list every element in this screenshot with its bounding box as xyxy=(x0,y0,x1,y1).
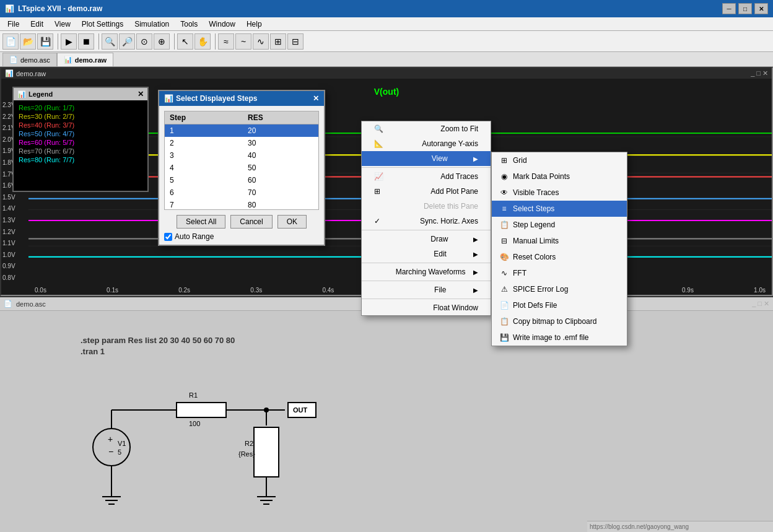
cm-file[interactable]: File xyxy=(362,282,491,297)
toolbar: 📄 📂 💾 ▶ ⏹ 🔍 🔎 ⊙ ⊕ ↖ ✋ ≈ ~ ∿ ⊞ ⊟ xyxy=(0,31,773,52)
mark-icon: ◉ xyxy=(499,172,509,181)
legend-close-button[interactable]: ✕ xyxy=(138,90,144,98)
zoom-fit-button[interactable]: ⊙ xyxy=(136,33,152,50)
table-row[interactable]: 340 xyxy=(165,149,318,162)
legend-row-7: Res=80 (Run: 7/7) xyxy=(19,156,142,164)
cm-sync-horiz[interactable]: ✓Sync. Horiz. Axes xyxy=(362,214,491,229)
wave-btn-2[interactable]: ~ xyxy=(235,33,251,50)
tab-demo-raw[interactable]: 📊 demo.raw xyxy=(57,53,113,66)
menu-bar: File Edit View Plot Settings Simulation … xyxy=(0,17,773,31)
cursor-button[interactable]: ↖ xyxy=(177,33,193,50)
sm-write-emf[interactable]: 💾 Write image to .emf file xyxy=(492,329,627,346)
wave-btn-3[interactable]: ∿ xyxy=(253,33,269,50)
steps-table-container: Step RES 120 230 340 450 560 670 780 xyxy=(164,111,319,210)
cm-add-plot-pane[interactable]: ⊞ Add Plot Pane xyxy=(362,184,491,199)
svg-text:−: − xyxy=(108,447,113,456)
copy-icon: 📋 xyxy=(499,316,509,326)
schematic-icon: 📄 xyxy=(4,300,12,308)
menu-window[interactable]: Window xyxy=(204,19,240,30)
wave-btn-4[interactable]: ⊞ xyxy=(270,33,286,50)
cancel-button[interactable]: Cancel xyxy=(230,215,272,229)
cm-edit[interactable]: Edit xyxy=(362,246,491,261)
sm-reset-colors[interactable]: 🎨 Reset Colors xyxy=(492,249,627,265)
window-controls: ─ □ ✕ xyxy=(722,3,768,14)
svg-text:5: 5 xyxy=(118,448,121,456)
sm-manual-limits[interactable]: ⊟ Manual Limits xyxy=(492,233,627,249)
sm-step-legend[interactable]: 📋 Step Legend xyxy=(492,217,627,233)
cm-zoom-to-fit[interactable]: 🔍 Zoom to Fit xyxy=(362,121,491,136)
legend-text-5: Res=60 (Run: 5/7) xyxy=(19,139,74,146)
select-all-button[interactable]: Select All xyxy=(177,215,225,229)
run-button[interactable]: ▶ xyxy=(61,33,77,50)
sm-spice-error-log[interactable]: ⚠ SPICE Error Log xyxy=(492,281,627,297)
legend-text-3: Res=40 (Run: 3/7) xyxy=(19,121,74,129)
cm-sep-2 xyxy=(362,230,491,230)
table-row[interactable]: 120 xyxy=(165,124,318,137)
legend-icon: 📊 xyxy=(17,90,26,98)
tab-label-asc: demo.asc xyxy=(20,56,50,64)
zoom-out-button[interactable]: 🔎 xyxy=(119,33,135,50)
sm-select-steps[interactable]: ≡ Select Steps xyxy=(492,201,627,217)
new-button[interactable]: 📄 xyxy=(2,33,19,50)
traces-icon: 📈 xyxy=(374,172,383,181)
tab-demo-asc[interactable]: 📄 demo.asc xyxy=(2,53,57,66)
table-row[interactable]: 560 xyxy=(165,174,318,186)
sm-visible-traces[interactable]: 👁 Visible Traces xyxy=(492,185,627,201)
legend-icon-sm: 📋 xyxy=(499,220,509,230)
menu-file[interactable]: File xyxy=(2,19,24,30)
save-button[interactable]: 💾 xyxy=(37,33,53,50)
auto-range-checkbox[interactable] xyxy=(164,233,172,241)
stop-button[interactable]: ⏹ xyxy=(78,33,94,50)
steps-dialog-close-button[interactable]: ✕ xyxy=(313,94,319,103)
file-icon xyxy=(374,286,378,294)
legend-text-2: Res=30 (Run: 2/7) xyxy=(19,113,74,120)
sm-grid[interactable]: ⊞ Grid xyxy=(492,152,627,168)
cm-add-traces[interactable]: 📈 Add Traces xyxy=(362,169,491,184)
open-button[interactable]: 📂 xyxy=(20,33,36,50)
sm-fft[interactable]: ∿ FFT xyxy=(492,265,627,281)
emf-icon: 💾 xyxy=(499,333,509,342)
waveform-header: 📊 demo.raw _ □ ✕ xyxy=(1,68,772,79)
cm-float-window[interactable]: Float Window xyxy=(362,300,491,315)
cm-draw[interactable]: Draw xyxy=(362,232,491,246)
toolbar-sep-4 xyxy=(213,33,216,50)
cm-marching-waveforms[interactable]: Marching Waveforms xyxy=(362,264,491,279)
zoom-area-button[interactable]: ⊕ xyxy=(154,33,170,50)
menu-simulation[interactable]: Simulation xyxy=(129,19,174,30)
menu-plot-settings[interactable]: Plot Settings xyxy=(77,19,128,30)
sm-plot-defs-file[interactable]: 📄 Plot Defs File xyxy=(492,297,627,313)
legend-text-7: Res=80 (Run: 7/7) xyxy=(19,156,74,164)
menu-tools[interactable]: Tools xyxy=(175,19,203,30)
schematic-canvas[interactable]: .step param Res list 20 30 40 50 60 70 8… xyxy=(0,311,773,532)
steps-dialog-title-bar: 📊 Select Displayed Steps ✕ xyxy=(159,91,324,106)
steps-col-res: RES xyxy=(243,111,318,124)
zoom-in-button[interactable]: 🔍 xyxy=(102,33,118,50)
menu-view[interactable]: View xyxy=(50,19,76,30)
table-row[interactable]: 780 xyxy=(165,199,318,210)
wave-btn-5[interactable]: ⊟ xyxy=(287,33,304,50)
maximize-button[interactable]: □ xyxy=(738,3,752,14)
steps-col-step: Step xyxy=(165,111,243,124)
sm-copy-bitmap[interactable]: 📋 Copy bitmap to Clipboard xyxy=(492,313,627,329)
table-row[interactable]: 450 xyxy=(165,162,318,174)
float-icon xyxy=(374,303,378,312)
minimize-button[interactable]: ─ xyxy=(722,3,736,14)
cm-autorange-y[interactable]: 📐 Autorange Y-axis xyxy=(362,136,491,151)
svg-text:V1: V1 xyxy=(118,440,126,447)
hand-button[interactable]: ✋ xyxy=(194,33,211,50)
close-button[interactable]: ✕ xyxy=(754,3,768,14)
circuit-svg: + − V1 5 R1 100 OUT xyxy=(50,360,359,532)
menu-help[interactable]: Help xyxy=(242,19,267,30)
table-row[interactable]: 670 xyxy=(165,186,318,199)
steps-table: Step RES 120 230 340 450 560 670 780 xyxy=(165,111,318,210)
cm-sep-5 xyxy=(362,299,491,299)
cm-view[interactable]: View xyxy=(362,151,491,166)
schematic-controls: _ □ ✕ xyxy=(752,300,769,308)
view-icon xyxy=(374,154,378,163)
table-row[interactable]: 230 xyxy=(165,137,318,149)
sm-mark-data-points[interactable]: ◉ Mark Data Points xyxy=(492,168,627,185)
wave-btn-1[interactable]: ≈ xyxy=(218,33,234,50)
ok-button[interactable]: OK xyxy=(277,215,307,229)
menu-edit[interactable]: Edit xyxy=(25,19,48,30)
steps-dialog-icon: 📊 xyxy=(164,94,173,103)
